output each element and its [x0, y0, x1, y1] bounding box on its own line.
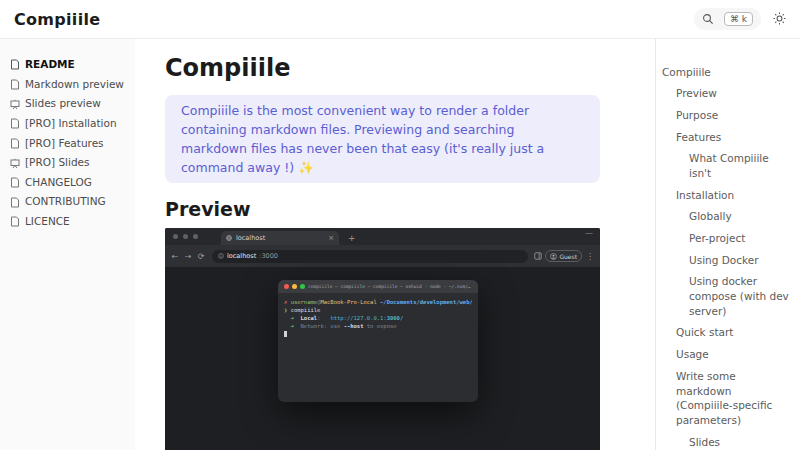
sidebar-item-readme[interactable]: README	[0, 55, 135, 75]
sun-icon	[773, 12, 786, 25]
page-title: Compiiile	[165, 55, 655, 81]
tab-close-icon[interactable]: ×	[328, 234, 334, 242]
toc-item[interactable]: Slides	[656, 431, 792, 450]
page-layout: README Markdown preview Slides preview […	[0, 39, 800, 450]
file-icon	[10, 79, 20, 90]
section-title-preview: Preview	[165, 199, 655, 220]
search-shortcut: ⌘ k	[724, 12, 753, 27]
sidebar-item-label: LICENCE	[25, 215, 70, 229]
terminal-line: ➜ Network: use --host to expose	[284, 322, 472, 330]
browser-menu-icon[interactable]: ⋮	[585, 252, 595, 261]
file-icon	[10, 118, 20, 129]
app-header: Compiiile ⌘ k	[0, 0, 800, 39]
sidebar-item-label: CONTRIBUTING	[25, 195, 106, 209]
globe-icon	[226, 235, 232, 241]
url-bar[interactable]: localhost :3000	[212, 250, 528, 263]
window-minimize-icon[interactable]: —	[585, 229, 593, 238]
browser-tab[interactable]: localhost ×	[221, 231, 339, 245]
browser-viewport: compiiile — compiiile — compiiile — sshu…	[165, 267, 600, 450]
terminal-body: ✗ username@MacBook-Pro-Local ~/Documents…	[278, 293, 478, 344]
site-info-icon[interactable]	[218, 253, 224, 259]
sidebar-item-label: [PRO] Installation	[25, 117, 117, 131]
toc-item[interactable]: Compiiile	[656, 61, 792, 83]
reload-icon[interactable]: ⟳	[196, 252, 206, 261]
app-logo: Compiiile	[14, 10, 100, 29]
sidebar-item-pro-slides[interactable]: [PRO] Slides	[0, 153, 135, 173]
sidebar-item-changelog[interactable]: CHANGELOG	[0, 173, 135, 193]
toc-item[interactable]: Features	[656, 126, 792, 148]
terminal-traffic-lights	[284, 284, 305, 289]
left-sidebar: README Markdown preview Slides preview […	[0, 39, 135, 450]
preview-screenshot: localhost × + — ← → ⟳ localhost :3000	[165, 228, 600, 450]
sidebar-item-label: Markdown preview	[25, 78, 124, 92]
sidebar-item-markdown-preview[interactable]: Markdown preview	[0, 75, 135, 95]
terminal-line: ➜ Local: http://127.0.0.1:3000/	[284, 314, 472, 322]
sidebar-item-slides-preview[interactable]: Slides preview	[0, 94, 135, 114]
toc-item[interactable]: What Compiiile isn't	[656, 148, 792, 184]
browser-navbar: ← → ⟳ localhost :3000 Guest ⋮	[165, 245, 600, 267]
back-icon[interactable]: ←	[170, 252, 180, 261]
tab-title: localhost	[236, 234, 324, 242]
toc-item[interactable]: Preview	[656, 83, 792, 105]
toc-item[interactable]: Globally	[656, 206, 792, 228]
side-panel-icon[interactable]	[534, 252, 542, 260]
new-tab-button[interactable]: +	[348, 231, 356, 245]
sidebar-item-label: [PRO] Slides	[25, 156, 90, 170]
file-icon	[10, 138, 20, 149]
toc-sidebar: Compiiile Preview Purpose Features What …	[655, 39, 800, 450]
forward-icon[interactable]: →	[183, 252, 193, 261]
sidebar-item-label: CHANGELOG	[25, 176, 92, 190]
terminal-line: ❯ compiiile	[284, 306, 472, 314]
profile-label: Guest	[559, 253, 577, 260]
file-icon	[10, 59, 20, 70]
terminal-cursor-line	[284, 330, 472, 339]
file-icon	[10, 216, 20, 227]
sidebar-item-label: [PRO] Features	[25, 137, 104, 151]
url-host: localhost	[227, 252, 256, 260]
sidebar-item-label: README	[25, 58, 75, 72]
header-actions: ⌘ k	[694, 8, 786, 31]
file-icon	[10, 197, 20, 208]
window-traffic-lights	[173, 234, 198, 239]
sidebar-item-pro-features[interactable]: [PRO] Features	[0, 134, 135, 154]
terminal-window: compiiile — compiiile — compiiile — sshu…	[278, 280, 478, 402]
url-port: :3000	[259, 252, 278, 260]
sidebar-item-pro-installation[interactable]: [PRO] Installation	[0, 114, 135, 134]
sidebar-item-contributing[interactable]: CONTRIBUTING	[0, 192, 135, 212]
browser-tabbar: localhost × + —	[165, 228, 600, 245]
toc-item[interactable]: Using Docker	[656, 249, 792, 271]
presentation-icon	[10, 158, 20, 169]
terminal-title: compiiile — compiiile — compiiile — sshu…	[308, 284, 472, 289]
intro-text: Compiiile is the most convenient way to …	[181, 101, 584, 177]
main-content: Compiiile Compiiile is the most convenie…	[135, 39, 655, 450]
person-icon	[550, 253, 557, 260]
terminal-line: ✗ username@MacBook-Pro-Local ~/Documents…	[284, 298, 472, 306]
presentation-icon	[10, 99, 20, 110]
toc-item[interactable]: Usage	[656, 344, 792, 366]
file-icon	[10, 177, 20, 188]
toc-item[interactable]: Quick start	[656, 322, 792, 344]
sidebar-item-licence[interactable]: LICENCE	[0, 212, 135, 232]
terminal-cursor	[284, 331, 287, 337]
terminal-titlebar: compiiile — compiiile — compiiile — sshu…	[278, 280, 478, 293]
toc-item[interactable]: Installation	[656, 184, 792, 206]
profile-button[interactable]: Guest	[545, 250, 582, 262]
toc-item[interactable]: Per-project	[656, 228, 792, 250]
toc-item[interactable]: Purpose	[656, 104, 792, 126]
toc-item[interactable]: Using docker compose (with dev server)	[656, 271, 792, 322]
search-icon	[702, 13, 714, 25]
intro-callout: Compiiile is the most convenient way to …	[165, 95, 600, 183]
sidebar-item-label: Slides preview	[25, 97, 101, 111]
theme-toggle-button[interactable]	[773, 12, 786, 25]
search-button[interactable]: ⌘ k	[694, 8, 761, 31]
toc-item[interactable]: Write some markdown (Compiiile-specific …	[656, 365, 792, 431]
